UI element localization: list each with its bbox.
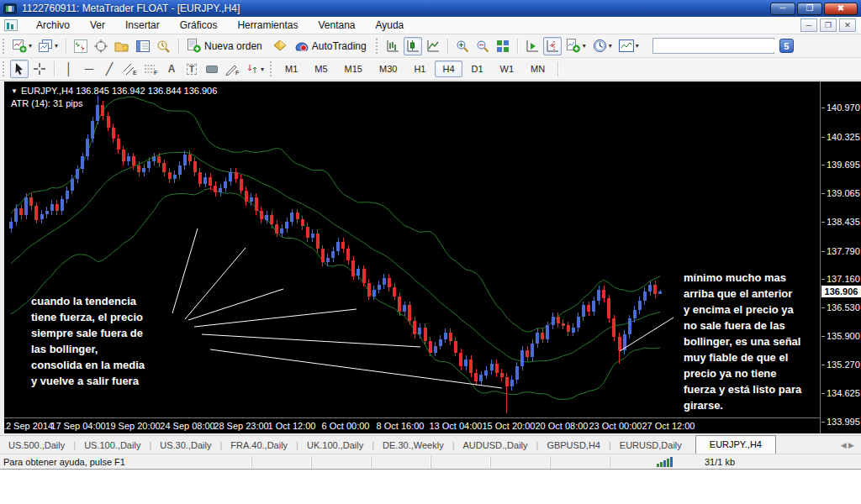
terminal-panel-icon bbox=[136, 39, 150, 53]
tab-eurusd[interactable]: EURUSD,Daily bbox=[611, 437, 690, 454]
atr-indicator-readout: ATR (14): 31 pips bbox=[11, 97, 217, 109]
timeframe-mn[interactable]: MN bbox=[523, 60, 552, 77]
data-window-button[interactable] bbox=[92, 37, 110, 55]
minimize-button[interactable]: ─ bbox=[770, 3, 795, 15]
close-button[interactable]: ✖ bbox=[824, 3, 858, 15]
price-axis-label: 137.790 bbox=[827, 246, 860, 256]
date-axis[interactable]: 12 Sep 201417 Sep 04:0019 Sep 20:0024 Se… bbox=[4, 417, 820, 433]
crosshair-button[interactable] bbox=[30, 60, 49, 78]
menu-ventana[interactable]: Ventana bbox=[308, 18, 365, 33]
terminal-button[interactable] bbox=[134, 37, 152, 55]
timeframe-m15[interactable]: M15 bbox=[337, 60, 370, 77]
metaeditor-button[interactable] bbox=[270, 37, 290, 55]
rectangle-button[interactable] bbox=[203, 60, 221, 78]
indicators-button[interactable]: ▾ bbox=[563, 37, 589, 55]
search-input[interactable] bbox=[653, 39, 778, 52]
timeframe-h4[interactable]: H4 bbox=[435, 60, 462, 77]
menu-graficos[interactable]: Gráficos bbox=[170, 18, 228, 33]
mdi-close-button[interactable]: ✕ bbox=[839, 18, 856, 32]
tab-us30[interactable]: US.30.,Daily bbox=[151, 437, 219, 454]
clock-icon bbox=[593, 39, 607, 53]
toolbar-grip[interactable] bbox=[3, 61, 7, 76]
toolbar-grip[interactable] bbox=[376, 39, 380, 54]
tile-windows-button[interactable] bbox=[494, 37, 512, 55]
auto-scroll-button[interactable] bbox=[523, 37, 541, 55]
template-icon bbox=[619, 39, 634, 52]
navigator-button[interactable] bbox=[112, 37, 132, 55]
candlestick-chart-button[interactable] bbox=[404, 37, 422, 55]
tab-fra40[interactable]: FRA.40.,Daily bbox=[222, 437, 296, 454]
toolbar-grip[interactable] bbox=[270, 61, 274, 76]
autotrading-label: AutoTrading bbox=[312, 40, 367, 52]
periods-button[interactable]: ▾ bbox=[590, 37, 615, 55]
menu-herramientas[interactable]: Herramientas bbox=[227, 18, 308, 33]
horizontal-line-button[interactable]: ─ bbox=[80, 60, 98, 78]
line-chart-icon bbox=[426, 39, 440, 53]
text-button[interactable]: A bbox=[162, 60, 181, 78]
chevron-down-icon[interactable]: ▼ bbox=[11, 87, 18, 95]
zoom-out-button[interactable] bbox=[473, 37, 492, 55]
channel-button[interactable]: E bbox=[120, 60, 140, 78]
timeframe-d1[interactable]: D1 bbox=[464, 60, 491, 77]
date-axis-label: 19 Sep 20:00 bbox=[105, 421, 160, 431]
menu-archivo[interactable]: Archivo bbox=[26, 18, 80, 33]
price-axis-label: 136.530 bbox=[827, 302, 860, 312]
menu-ayuda[interactable]: Ayuda bbox=[365, 18, 414, 33]
fibonacci-button[interactable]: F bbox=[141, 60, 161, 78]
tab-eurjpy-active[interactable]: EURJPY.,H4 bbox=[695, 435, 776, 454]
text-label-button[interactable]: T bbox=[182, 60, 201, 78]
profiles-button[interactable]: ▾ bbox=[36, 37, 61, 55]
autotrading-button[interactable]: AutoTrading bbox=[292, 37, 372, 55]
restore-button[interactable]: ❐ bbox=[797, 3, 822, 15]
comments-badge[interactable]: 5 bbox=[779, 39, 794, 53]
timeframe-h1[interactable]: H1 bbox=[406, 60, 433, 77]
tab-uk100[interactable]: UK.100.,Daily bbox=[298, 437, 372, 454]
price-axis-label: 140.325 bbox=[827, 132, 860, 142]
price-axis-label: 135.270 bbox=[827, 360, 860, 370]
new-chart-button[interactable]: ▾ bbox=[10, 37, 34, 55]
rectangle-icon bbox=[206, 66, 218, 73]
toolbar-grip[interactable] bbox=[3, 39, 7, 54]
timeframe-m30[interactable]: M30 bbox=[372, 60, 404, 77]
vertical-line-button[interactable]: │ bbox=[60, 60, 78, 78]
tab-audusd[interactable]: AUDUSD.,Daily bbox=[455, 437, 536, 454]
crosshair-icon bbox=[33, 62, 46, 76]
strategy-tester-button[interactable] bbox=[154, 37, 173, 55]
tab-scroll-arrows[interactable]: ◀ ▶ bbox=[841, 441, 854, 454]
zoom-in-button[interactable] bbox=[453, 37, 472, 55]
chart-shift-button[interactable] bbox=[543, 37, 562, 55]
zoom-in-icon bbox=[456, 39, 469, 53]
tab-de30[interactable]: DE.30.,Weekly bbox=[374, 437, 452, 454]
menu-bar: Archivo Ver Insertar Gráficos Herramient… bbox=[0, 17, 861, 34]
cursor-button[interactable] bbox=[10, 60, 29, 78]
trendline-button[interactable]: ╱ bbox=[100, 60, 119, 78]
price-axis[interactable]: 140.970140.325139.695139.065138.435137.7… bbox=[820, 81, 861, 433]
tab-us100[interactable]: US.100.,Daily bbox=[76, 437, 149, 454]
arrows-button[interactable]: ▾ bbox=[244, 60, 267, 78]
new-order-button[interactable]: Nueva orden bbox=[184, 37, 268, 55]
tab-gbpusd[interactable]: GBPUSD,H4 bbox=[538, 437, 609, 454]
chart-window: ▼EURJPY.,H4 136.845 136.942 136.844 136.… bbox=[4, 81, 861, 433]
bar-chart-button[interactable] bbox=[383, 37, 402, 55]
menu-ver[interactable]: Ver bbox=[80, 18, 115, 33]
market-watch-button[interactable] bbox=[71, 37, 90, 55]
timeframe-m5[interactable]: M5 bbox=[307, 60, 335, 77]
new-order-icon bbox=[187, 39, 202, 53]
timeframe-m1[interactable]: M1 bbox=[277, 60, 305, 77]
annotation-left: cuando la tendencia tiene fuerza, el pre… bbox=[31, 293, 166, 389]
price-axis-label: 138.435 bbox=[827, 217, 860, 227]
tester-clock-icon bbox=[156, 39, 171, 53]
date-axis-label: 28 Sep 23:00 bbox=[214, 421, 268, 431]
fibo-pencil-button[interactable]: F bbox=[223, 60, 242, 78]
mdi-restore-button[interactable]: ❐ bbox=[820, 18, 837, 32]
tab-us500[interactable]: US.500.,Daily bbox=[0, 437, 73, 454]
chart-system-icon[interactable] bbox=[4, 19, 18, 31]
menu-insertar[interactable]: Insertar bbox=[115, 18, 170, 33]
mdi-minimize-button[interactable]: ─ bbox=[800, 18, 817, 32]
timeframe-w1[interactable]: W1 bbox=[493, 60, 522, 77]
status-help-text: Para obtener ayuda, pulse F1 bbox=[0, 457, 125, 467]
line-chart-button[interactable] bbox=[424, 37, 442, 55]
chevron-down-icon: ▾ bbox=[55, 42, 58, 50]
templates-button[interactable]: ▾ bbox=[616, 37, 642, 55]
chevron-down-icon: ▾ bbox=[609, 42, 612, 50]
